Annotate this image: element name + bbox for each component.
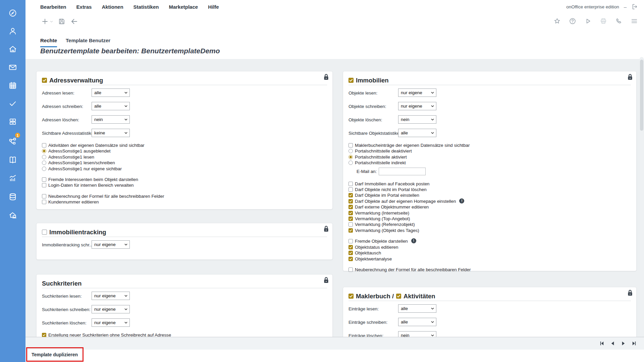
immobilientracking-schr-select[interactable]: nur eigene	[92, 240, 130, 249]
panel-lock	[627, 289, 633, 298]
suchkriterien-loeschen-select[interactable]: nur eigene	[92, 318, 130, 327]
checkbox[interactable]	[348, 182, 353, 186]
tab-rechte[interactable]: Rechte	[40, 38, 57, 47]
add-button[interactable]	[40, 17, 54, 26]
sidebar-item-statistics[interactable]	[0, 172, 25, 184]
checkbox[interactable]	[348, 199, 353, 203]
suchkriterien-schreiben-select[interactable]: nur eigene	[92, 305, 130, 313]
help-button[interactable]	[568, 17, 577, 25]
setting-row: Objekte lesen:nur eigene	[348, 88, 631, 97]
menu-item-aktionen[interactable]: Aktionen	[102, 3, 123, 11]
checkbox[interactable]	[348, 294, 354, 299]
checkbox[interactable]	[348, 245, 353, 249]
checkbox[interactable]	[42, 333, 46, 337]
divider	[42, 85, 327, 85]
minimize-button[interactable]: –	[624, 4, 627, 10]
option-label: Neuberechnung der Formel für alle beschr…	[48, 193, 164, 199]
radio-button[interactable]	[42, 161, 46, 165]
next-page-button[interactable]	[621, 341, 626, 346]
sidebar-item-database[interactable]	[0, 191, 25, 203]
sidebar-item-task-check[interactable]	[0, 98, 25, 110]
adressen-lesen-select[interactable]: alle	[92, 88, 130, 97]
checkbox[interactable]	[348, 217, 353, 221]
panel-title: Adressverwaltung	[49, 77, 103, 84]
objekte-schreiben-select[interactable]: nur eigene	[398, 102, 436, 110]
checkbox[interactable]	[42, 78, 47, 83]
menu-item-extras[interactable]: Extras	[76, 3, 92, 11]
email-input[interactable]	[379, 168, 426, 175]
checkbox[interactable]	[42, 183, 46, 187]
time-icon	[8, 9, 17, 17]
scrollbar-thumb[interactable]	[640, 60, 643, 131]
hamburger-menu-button[interactable]	[630, 17, 639, 25]
checkbox[interactable]	[348, 187, 353, 192]
eintraege-schreiben-select[interactable]: alle	[398, 318, 436, 326]
suchkriterien-lesen-select[interactable]: nur eigene	[92, 292, 130, 300]
notification-badge: 1	[14, 132, 21, 138]
checkbox[interactable]	[42, 177, 46, 182]
checkbox[interactable]	[348, 257, 353, 261]
tab-template-benutzer[interactable]: Template Benutzer	[66, 38, 110, 47]
checkbox[interactable]	[348, 228, 353, 233]
checkbox[interactable]	[348, 222, 353, 227]
radio-button[interactable]	[348, 149, 353, 153]
checkbox[interactable]	[42, 143, 46, 147]
adressen-loeschen-select[interactable]: nein	[92, 115, 130, 124]
adressen-schreiben-select[interactable]: alle	[92, 102, 130, 110]
check-icon	[349, 78, 353, 82]
menu-item-bearbeiten[interactable]: Bearbeiten	[40, 3, 66, 11]
sichtbare-adressstatistiken-select[interactable]: keine	[92, 129, 130, 137]
option-label: Kundennummer editieren	[48, 199, 99, 205]
objekte-lesen-select[interactable]: nur eigene	[398, 88, 436, 97]
save-icon	[58, 18, 65, 25]
checkbox[interactable]	[348, 267, 353, 272]
radio-button[interactable]	[348, 155, 353, 159]
radio-button[interactable]	[42, 149, 46, 153]
sidebar-item-mail[interactable]	[0, 61, 25, 73]
sichtbare-objektstatistiken-select[interactable]: alle	[398, 129, 436, 137]
menu-item-statistiken[interactable]: Statistiken	[133, 3, 159, 11]
back-arrow-button[interactable]	[69, 17, 79, 26]
sidebar-item-home-office[interactable]	[0, 209, 25, 221]
last-page-button[interactable]	[632, 341, 637, 346]
sidebar-item-network[interactable]: 1	[0, 135, 25, 147]
sidebar-item-archive[interactable]	[0, 116, 25, 128]
objekte-loeschen-select[interactable]: nein	[398, 115, 436, 124]
setting-row: Einträge löschen:nein	[348, 331, 631, 337]
option-item: Aktivitäten der eigenen Datensätze sind …	[42, 142, 327, 148]
sidebar-item-time[interactable]	[0, 7, 25, 19]
checkbox[interactable]	[42, 230, 47, 235]
eintraege-lesen-select[interactable]: alle	[398, 304, 436, 313]
sidebar-item-home[interactable]	[0, 43, 25, 55]
checkbox[interactable]	[348, 78, 354, 83]
menu-item-marketplace[interactable]: Marketplace	[169, 3, 198, 11]
checkbox[interactable]	[396, 294, 401, 299]
checkbox[interactable]	[348, 205, 353, 209]
star-button[interactable]	[553, 17, 561, 25]
checkbox[interactable]	[42, 200, 46, 204]
radio-button[interactable]	[42, 155, 46, 159]
radio-button[interactable]	[348, 161, 353, 165]
menu-item-hilfe[interactable]: Hilfe	[208, 3, 219, 11]
footer-bar: Template duplizieren	[25, 350, 644, 362]
logout-icon-button[interactable]	[631, 3, 638, 10]
phone-button[interactable]	[614, 17, 623, 25]
duplicate-template-button[interactable]: Template duplizieren	[28, 349, 82, 360]
radio-button[interactable]	[42, 167, 46, 171]
sidebar-item-calendar[interactable]	[0, 79, 25, 92]
checkbox[interactable]	[348, 211, 353, 215]
checkbox[interactable]	[348, 239, 353, 243]
sidebar-item-book[interactable]	[0, 154, 25, 166]
checkbox[interactable]	[348, 251, 353, 255]
print-button[interactable]	[599, 17, 608, 25]
play-button[interactable]	[584, 17, 592, 25]
previous-page-button[interactable]	[610, 341, 615, 346]
first-page-button[interactable]	[599, 341, 604, 346]
checkbox[interactable]	[348, 143, 353, 147]
checkbox[interactable]	[42, 194, 46, 198]
sidebar-item-user[interactable]	[0, 25, 25, 37]
checkbox[interactable]	[348, 193, 353, 197]
eintraege-loeschen-select[interactable]: nein	[398, 331, 436, 337]
field-label: Einträge schreiben:	[348, 320, 387, 325]
save-button[interactable]	[57, 17, 66, 26]
